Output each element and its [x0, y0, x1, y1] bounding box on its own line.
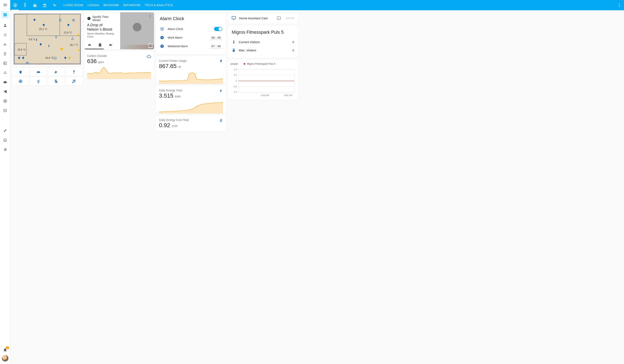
energy-total-card[interactable]: Daily Energy Total 3.515 kWh	[156, 86, 226, 113]
nav-vscode-icon[interactable]	[3, 89, 8, 94]
energy-cost-card[interactable]: Daily Energy Cost Total 0.92 CHF	[156, 115, 226, 131]
gym-card: Migros Fitnesspark Puls 5 Current Visito…	[228, 26, 298, 58]
window-icon[interactable]	[78, 33, 80, 37]
gym-chart-card: people Migros Fitnesspark Puls 5	[228, 60, 298, 100]
legend-dot-icon	[244, 63, 245, 65]
menu-icon[interactable]	[3, 2, 8, 7]
pause-icon[interactable]	[97, 42, 103, 48]
camping-icon[interactable]	[71, 37, 74, 40]
scene-record-button[interactable]	[12, 77, 29, 85]
bulb-icon[interactable]	[64, 56, 67, 60]
bulb-icon[interactable]	[22, 56, 25, 60]
weekend-alarm-time[interactable]: 07 : 45	[210, 44, 222, 49]
nav-network-icon[interactable]	[3, 70, 8, 75]
svg-text:4:00 PM: 4:00 PM	[284, 94, 292, 97]
scene-popcorn-button[interactable]	[12, 68, 29, 76]
bulb-icon[interactable]	[18, 56, 21, 60]
plug-icon	[219, 59, 223, 63]
scene-mic-off-button[interactable]	[48, 77, 64, 85]
svg-text:4:00 AM: 4:00 AM	[261, 94, 269, 97]
tab-loggia[interactable]: LOGGIA	[88, 3, 99, 7]
media-cast-icon[interactable]	[148, 44, 153, 48]
scene-grid	[12, 68, 82, 85]
nav-bar-chart-icon[interactable]	[3, 42, 8, 47]
floorplan-card[interactable]: 25.1 °C 22.8 °C 5.6 °C 25.8 °C 24.8 °C 2…	[12, 12, 82, 66]
tab-bathroom[interactable]: BATHROOM	[124, 3, 140, 7]
tab-tech-analytics[interactable]: TECH & ANALYTICS	[145, 3, 173, 7]
floorplan-temp-bath: 25.8 °C	[18, 48, 26, 51]
scene-light-button[interactable]	[30, 77, 47, 85]
next-track-icon[interactable]	[108, 43, 113, 47]
alarm-clock-label: Alarm Clock	[168, 27, 211, 31]
floorplan-temp-hall: 5.6 °C	[29, 38, 36, 41]
person-icon[interactable]	[47, 44, 51, 48]
flash-icon	[219, 89, 223, 93]
nav-hacs-icon[interactable]	[3, 138, 8, 143]
media-kebab-icon[interactable]	[148, 14, 152, 18]
tab-bank-icon[interactable]	[42, 3, 47, 8]
svg-text:C: C	[4, 62, 5, 64]
bulb-on-icon[interactable]	[68, 56, 71, 60]
monitor-icon	[231, 16, 236, 21]
nav-zigbee-icon[interactable]	[3, 99, 8, 104]
nav-list-icon[interactable]	[3, 32, 8, 37]
nav-person-icon[interactable]	[3, 23, 8, 28]
user-avatar[interactable]	[2, 355, 8, 362]
notifications-icon[interactable]: 2	[3, 348, 7, 352]
bulb-icon[interactable]	[33, 19, 36, 22]
header: LIVING ROOM LOGGIA BEDROOM BATHROOM TECH…	[10, 0, 624, 10]
header-kebab-icon[interactable]	[617, 3, 622, 7]
bike-icon[interactable]	[26, 61, 29, 64]
people-icon	[232, 48, 236, 52]
door-icon[interactable]	[58, 19, 62, 22]
fan-icon[interactable]	[72, 19, 75, 22]
work-alarm-label: Work Alarm	[168, 36, 207, 39]
tab-remote-icon[interactable]	[23, 3, 27, 8]
scene-torch-button[interactable]	[66, 68, 82, 76]
person-icon[interactable]	[54, 35, 58, 39]
media-source-label: Spotify Theo Winter	[92, 15, 117, 22]
scene-music-button[interactable]	[66, 77, 82, 85]
bulb-icon[interactable]	[42, 24, 45, 27]
tab-bedroom[interactable]: BEDROOM	[104, 3, 119, 7]
prev-track-icon[interactable]	[87, 43, 92, 47]
person-icon[interactable]	[35, 38, 38, 41]
nav-calendar-icon[interactable]: C	[3, 61, 8, 66]
tab-city-icon[interactable]	[32, 3, 37, 8]
gym-row-max[interactable]: Max. Visitors 0	[232, 46, 294, 54]
gym-max-value: 0	[292, 49, 294, 52]
work-alarm-time[interactable]: 06 : 45	[210, 35, 222, 40]
nav-media-icon[interactable]	[3, 108, 8, 113]
tab-health-icon[interactable]	[52, 3, 57, 8]
scene-party-button[interactable]	[48, 68, 64, 76]
nav-log-icon[interactable]	[3, 51, 8, 56]
energy-cost-label: Daily Energy Cost Total	[159, 118, 223, 122]
nav-devtools-icon[interactable]	[3, 128, 8, 133]
alarm-toggle[interactable]	[214, 27, 222, 31]
nav-settings-icon[interactable]	[3, 147, 8, 152]
bell-icon[interactable]	[39, 43, 42, 46]
tab-living-room[interactable]: LIVING ROOM	[63, 3, 83, 7]
bulb-icon[interactable]	[67, 24, 70, 27]
floorplan-temp-bedroom: 22.8 °C	[64, 31, 72, 34]
scene-sofa-button[interactable]	[30, 68, 47, 76]
media-progress[interactable]	[84, 49, 104, 49]
bulb-on-icon[interactable]	[60, 47, 64, 51]
svg-point-11	[36, 38, 37, 39]
power-card[interactable]: Current Power Usage 867.65 W	[156, 56, 226, 84]
svg-text:-1.0: -1.0	[233, 91, 237, 93]
cast-show-button[interactable]: SHOW	[286, 17, 294, 20]
nav-dashboard-icon[interactable]	[1, 11, 9, 19]
svg-point-33	[233, 40, 234, 41]
tv-icon[interactable]	[53, 56, 57, 60]
cast-icon[interactable]	[276, 16, 281, 20]
gym-row-current[interactable]: Current Visitors 0	[232, 38, 294, 46]
cast-card: Home Assistant Cast SHOW	[228, 12, 298, 24]
tab-home-icon[interactable]	[13, 3, 18, 8]
co2-card[interactable]: Carbon Dioxide 636 ppm	[84, 51, 154, 79]
energy-sparkline	[159, 99, 223, 113]
svg-text:0.5: 0.5	[234, 74, 237, 76]
nav-cloud-icon[interactable]	[3, 80, 8, 85]
window-icon[interactable]	[78, 48, 80, 52]
power-value: 867.65	[159, 63, 177, 69]
